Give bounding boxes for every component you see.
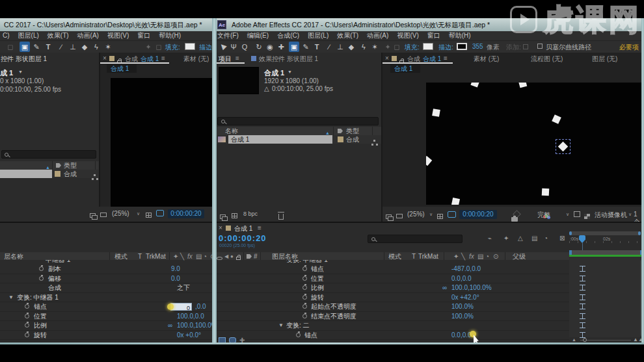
group-expand-icon[interactable]: ▼: [8, 293, 14, 302]
view-select[interactable]: 活动摄像机: [595, 211, 627, 220]
pan-behind-tool-icon[interactable]: ✚: [276, 42, 286, 52]
property-value[interactable]: 0.0,0.0: [451, 274, 472, 283]
name-column-header[interactable]: 名称: [225, 127, 238, 135]
stopwatch-icon[interactable]: [302, 285, 307, 290]
stopwatch-icon[interactable]: [302, 295, 307, 300]
project-search-input[interactable]: [1, 150, 96, 159]
panel-menu-icon[interactable]: ≡: [258, 224, 262, 231]
property-row-rotation[interactable]: 旋转 0x +42.0°: [215, 293, 569, 303]
item-name-cell[interactable]: 合成 1: [228, 135, 332, 144]
hand-tool-icon[interactable]: Ψ: [228, 42, 239, 52]
stamp-tool-icon[interactable]: ⊥: [335, 42, 345, 52]
property-value[interactable]: 100.0,100.0%: [451, 283, 492, 292]
menu-item-layer[interactable]: 图层(L): [18, 31, 39, 40]
property-row-scale[interactable]: 比例 ∞ 100.0,100.0%: [0, 321, 215, 331]
zoom-tool-icon[interactable]: Q: [239, 42, 250, 52]
timeline-zoom-knob[interactable]: [583, 338, 587, 342]
property-value[interactable]: 100.0%: [451, 302, 474, 311]
pen-tool-icon[interactable]: ✎: [31, 42, 42, 52]
navigator-end-handle[interactable]: [638, 231, 641, 235]
project-search-input[interactable]: [217, 117, 379, 125]
property-row-position[interactable]: 位置 0.0,0.0: [215, 274, 569, 284]
menu-item-window[interactable]: 窗口: [137, 31, 150, 40]
property-value[interactable]: 0x +42.0°: [451, 293, 479, 302]
left-comp-canvas[interactable]: [111, 78, 215, 207]
property-value[interactable]: 0x +0.0°: [177, 331, 201, 340]
always-preview-icon[interactable]: [90, 213, 96, 218]
interpret-footage-icon[interactable]: [220, 214, 226, 220]
comp-canvas[interactable]: [426, 83, 644, 205]
left-window-titlebar[interactable]: CC 2017 - C:\Users\Administrator\Desktop…: [0, 18, 215, 31]
menu-item-layer[interactable]: 图层(L): [308, 31, 329, 40]
navigator-start-handle[interactable]: [569, 231, 572, 235]
type-tool-icon[interactable]: T: [43, 42, 53, 52]
zoom-out-mountain-icon[interactable]: ▲: [572, 337, 576, 342]
property-value[interactable]: 100.0,100.0%: [177, 321, 215, 330]
project-list-row[interactable]: 合成: [0, 170, 99, 178]
property-row-composite[interactable]: 合成 之下: [0, 283, 215, 293]
draft-3d-icon[interactable]: ✦: [503, 235, 509, 242]
flowchart-icon[interactable]: ⌁: [488, 235, 492, 242]
brush-tool-icon[interactable]: ∕: [324, 42, 334, 52]
property-row-scale[interactable]: 比例 ∞ 100.0,100.0%: [215, 283, 569, 293]
link-icon[interactable]: ∞: [168, 321, 172, 330]
caret-down-icon[interactable]: ∨: [628, 212, 632, 217]
target-region-icon[interactable]: [574, 211, 580, 217]
stopwatch-icon[interactable]: [25, 314, 29, 318]
rotobrush-tool-icon[interactable]: ϟ: [358, 42, 369, 52]
star-toggle-icon[interactable]: ✦: [143, 42, 154, 52]
stopwatch-icon[interactable]: [296, 333, 301, 337]
current-timecode[interactable]: 0:00:00:20: [219, 233, 267, 243]
zoom-level[interactable]: (25%): [407, 211, 425, 218]
stopwatch-icon[interactable]: [25, 333, 29, 337]
monitor-icon[interactable]: [100, 213, 107, 217]
caret-down-icon[interactable]: ∨: [566, 212, 569, 217]
flowchart-icon[interactable]: [371, 140, 378, 146]
panel-menu-icon[interactable]: ≡: [444, 55, 448, 62]
menu-item[interactable]: C): [3, 31, 10, 40]
project-list-row[interactable]: 合成 1 合成: [215, 135, 381, 144]
viewer-timecode[interactable]: 0:00:00:20: [168, 209, 204, 218]
monitor-icon[interactable]: [396, 214, 403, 218]
group-expand-icon[interactable]: ▼: [278, 321, 284, 330]
project-bit-depth[interactable]: 8 bpc: [243, 211, 258, 217]
property-row-copies[interactable]: 副本 9.0: [0, 265, 215, 274]
eraser-tool-icon[interactable]: ◆: [79, 42, 90, 52]
menu-item-view[interactable]: 视图(V): [397, 31, 418, 40]
stopwatch-icon[interactable]: [302, 266, 307, 271]
item-name-cell[interactable]: [0, 170, 52, 178]
type-column-header[interactable]: 类型: [346, 127, 359, 135]
close-tab-icon[interactable]: ×: [219, 224, 222, 231]
footage-tab[interactable]: 素材 (无): [474, 55, 499, 64]
property-value[interactable]: 100.0,0.0: [177, 312, 204, 321]
menu-item-help[interactable]: 帮助(H): [449, 31, 471, 40]
timeline-tab-name[interactable]: 合成 1: [234, 224, 252, 233]
label-column-icon[interactable]: [247, 254, 252, 259]
panel-menu-icon[interactable]: ≡: [235, 55, 239, 62]
puppet-pin-tool-icon[interactable]: ✶: [103, 42, 113, 52]
stopwatch-icon[interactable]: [302, 314, 307, 318]
motion-blur-icon[interactable]: ◔: [544, 235, 548, 242]
type-tool-icon[interactable]: T: [312, 42, 322, 52]
selection-tool-icon[interactable]: ▶: [215, 40, 230, 55]
frame-blend-icon[interactable]: ▤: [531, 235, 537, 242]
group-row-transform-two[interactable]: ▼ 变换: 二: [215, 321, 569, 331]
work-area-bar[interactable]: [569, 250, 644, 255]
fill-swatch[interactable]: [185, 43, 195, 50]
stopwatch-icon[interactable]: [39, 276, 44, 281]
menu-item-view[interactable]: 视图(V): [107, 31, 129, 40]
grid-options-icon[interactable]: [146, 213, 152, 218]
marquee-tool-icon[interactable]: ◻: [5, 42, 16, 52]
property-row-anchor-two[interactable]: 锚点 0.0,0.0: [215, 331, 569, 341]
caret-down-icon[interactable]: ∨: [137, 211, 140, 216]
property-row-position[interactable]: 位置 100.0,0.0: [0, 312, 215, 322]
timeline-search-input[interactable]: [368, 235, 463, 243]
trash-icon[interactable]: [278, 214, 284, 220]
property-row-offset[interactable]: 偏移 0.0: [0, 274, 215, 284]
viewer-tab[interactable]: 合成 1: [390, 64, 420, 73]
rotobrush-tool-icon[interactable]: ϟ: [91, 42, 101, 52]
close-tab-icon[interactable]: ×: [103, 55, 107, 62]
caret-down-icon[interactable]: ∨: [429, 212, 433, 217]
menu-item-effect[interactable]: 效果(T): [337, 31, 358, 40]
stamp-tool-icon[interactable]: ⊥: [68, 42, 78, 52]
